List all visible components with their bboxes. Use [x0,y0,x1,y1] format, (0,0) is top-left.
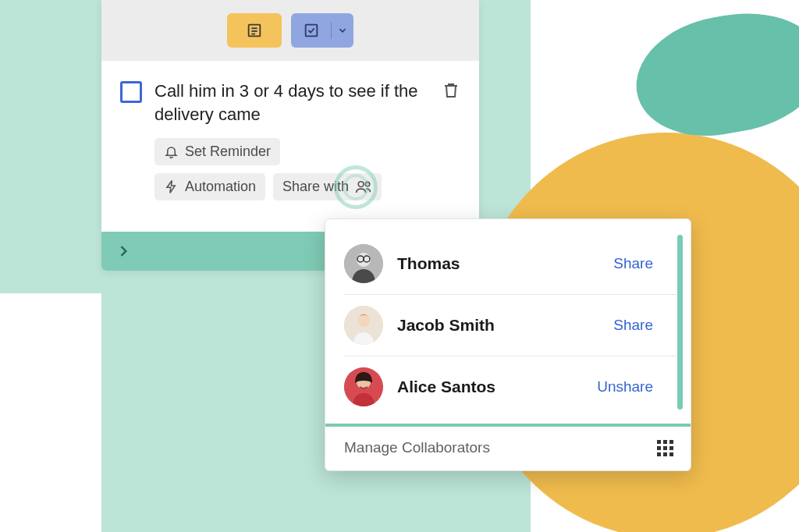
manage-collaborators-link[interactable]: Manage Collaborators [344,439,490,456]
person-row: Jacob Smith Share [344,295,676,356]
set-reminder-label: Set Reminder [185,144,271,160]
scrollbar[interactable] [677,235,683,410]
note-mode-button[interactable] [227,13,282,48]
person-name: Alice Santos [397,378,583,396]
person-row: Alice Santos Unshare [344,356,676,417]
svg-rect-4 [305,25,317,37]
bell-icon [164,144,179,159]
svg-point-12 [357,314,370,327]
chevron-right-icon [115,243,131,259]
share-with-label: Share with [282,179,349,195]
avatar [344,306,383,345]
lightning-icon [164,179,179,194]
task-checkbox[interactable] [120,81,142,103]
person-name: Thomas [397,254,599,273]
svg-point-5 [358,182,364,187]
card-header-toolbar [101,0,479,61]
task-text: Call him in 3 or 4 days to see if the de… [154,80,429,126]
share-popup: Thomas Share Jacob Smith Share [325,218,691,471]
automation-button[interactable]: Automation [154,173,265,200]
share-with-button[interactable]: Share with [273,173,382,200]
check-mode-button[interactable] [291,22,332,39]
delete-button[interactable] [442,80,460,100]
svg-point-6 [365,183,369,186]
automation-label: Automation [185,179,256,195]
person-name: Jacob Smith [397,316,599,335]
apps-grid-icon[interactable] [657,440,673,456]
share-button[interactable]: Share [613,317,661,334]
people-icon [355,179,372,194]
avatar [344,244,383,283]
person-row: Thomas Share [344,233,676,295]
set-reminder-button[interactable]: Set Reminder [154,138,280,165]
share-button[interactable]: Share [613,255,661,272]
check-mode-split-button[interactable] [291,13,353,48]
unshare-button[interactable]: Unshare [597,378,661,395]
check-mode-dropdown[interactable] [332,25,353,36]
avatar [344,367,383,406]
